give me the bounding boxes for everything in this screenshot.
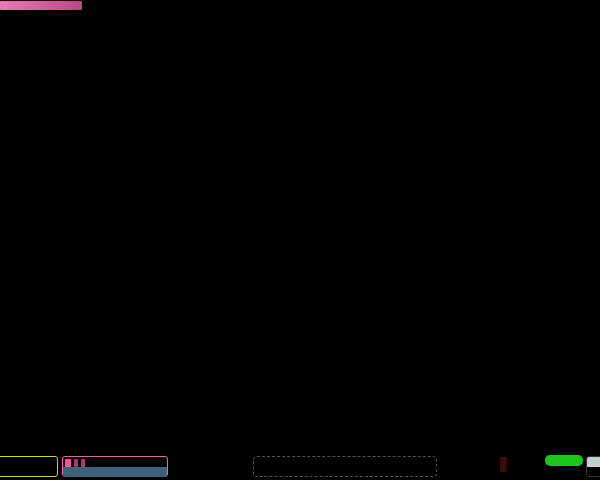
hd-mode-badge[interactable] xyxy=(545,455,583,466)
timebase-scale xyxy=(587,467,600,477)
oscilloscope-screen xyxy=(0,0,600,480)
trigger-position-marker[interactable] xyxy=(336,308,345,330)
timebase-descriptor[interactable] xyxy=(586,456,600,477)
c1-vertical-scale xyxy=(0,467,57,477)
channel-c1-descriptor[interactable] xyxy=(0,456,58,477)
waveform-display xyxy=(0,0,600,455)
status-led xyxy=(500,457,507,472)
channel-c2-descriptor[interactable] xyxy=(62,456,168,477)
timebase-title xyxy=(587,457,600,467)
c2-coupling xyxy=(81,459,85,467)
add-trace-button[interactable] xyxy=(253,456,437,477)
grid-annotation-badge xyxy=(0,1,82,10)
c2-label xyxy=(65,459,71,467)
c2-eres-badge xyxy=(74,459,78,467)
